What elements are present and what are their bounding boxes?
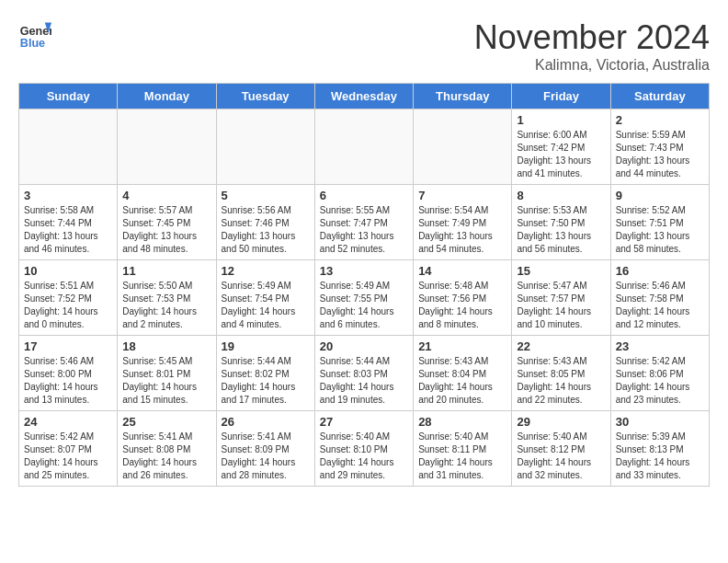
weekday-header-saturday: Saturday bbox=[610, 84, 709, 109]
day-info: Sunrise: 5:47 AMSunset: 7:57 PMDaylight:… bbox=[517, 280, 605, 331]
day-number: 19 bbox=[222, 339, 310, 353]
day-info: Sunrise: 6:00 AMSunset: 7:42 PMDaylight:… bbox=[517, 129, 605, 180]
calendar-cell: 13Sunrise: 5:49 AMSunset: 7:55 PMDayligh… bbox=[314, 260, 413, 336]
calendar-cell: 15Sunrise: 5:47 AMSunset: 7:57 PMDayligh… bbox=[512, 260, 610, 336]
weekday-header-row: SundayMondayTuesdayWednesdayThursdayFrid… bbox=[19, 84, 710, 109]
day-number: 7 bbox=[418, 189, 506, 202]
day-info: Sunrise: 5:59 AMSunset: 7:43 PMDaylight:… bbox=[616, 129, 704, 180]
calendar-cell: 10Sunrise: 5:51 AMSunset: 7:52 PMDayligh… bbox=[19, 260, 118, 336]
week-row-3: 17Sunrise: 5:46 AMSunset: 8:00 PMDayligh… bbox=[19, 336, 710, 411]
day-number: 9 bbox=[616, 189, 704, 202]
day-info: Sunrise: 5:42 AMSunset: 8:06 PMDaylight:… bbox=[616, 355, 704, 407]
week-row-0: 1Sunrise: 6:00 AMSunset: 7:42 PMDaylight… bbox=[19, 109, 710, 185]
day-number: 20 bbox=[320, 339, 408, 353]
weekday-header-tuesday: Tuesday bbox=[216, 84, 314, 109]
calendar-cell: 1Sunrise: 6:00 AMSunset: 7:42 PMDaylight… bbox=[512, 109, 610, 185]
month-title: November 2024 bbox=[474, 18, 710, 57]
calendar-cell: 14Sunrise: 5:48 AMSunset: 7:56 PMDayligh… bbox=[414, 260, 512, 336]
calendar-cell: 6Sunrise: 5:55 AMSunset: 7:47 PMDaylight… bbox=[314, 185, 413, 260]
calendar-cell bbox=[414, 109, 512, 185]
weekday-header-thursday: Thursday bbox=[414, 84, 512, 109]
day-info: Sunrise: 5:56 AMSunset: 7:46 PMDaylight:… bbox=[222, 204, 310, 256]
day-number: 13 bbox=[320, 264, 408, 278]
calendar-cell: 21Sunrise: 5:43 AMSunset: 8:04 PMDayligh… bbox=[414, 336, 512, 411]
day-info: Sunrise: 5:49 AMSunset: 7:55 PMDaylight:… bbox=[320, 280, 408, 331]
calendar-cell: 17Sunrise: 5:46 AMSunset: 8:00 PMDayligh… bbox=[19, 336, 118, 411]
day-info: Sunrise: 5:55 AMSunset: 7:47 PMDaylight:… bbox=[320, 204, 408, 256]
calendar-body: 1Sunrise: 6:00 AMSunset: 7:42 PMDaylight… bbox=[19, 109, 710, 487]
day-number: 14 bbox=[418, 264, 506, 278]
day-info: Sunrise: 5:49 AMSunset: 7:54 PMDaylight:… bbox=[222, 280, 310, 331]
day-info: Sunrise: 5:58 AMSunset: 7:44 PMDaylight:… bbox=[24, 204, 112, 256]
day-number: 24 bbox=[24, 415, 112, 429]
day-number: 6 bbox=[320, 189, 408, 202]
day-number: 8 bbox=[517, 189, 605, 202]
day-info: Sunrise: 5:45 AMSunset: 8:01 PMDaylight:… bbox=[122, 355, 210, 407]
day-number: 18 bbox=[122, 339, 210, 353]
calendar-cell: 27Sunrise: 5:40 AMSunset: 8:10 PMDayligh… bbox=[314, 411, 413, 487]
day-number: 30 bbox=[616, 415, 704, 429]
calendar-cell: 2Sunrise: 5:59 AMSunset: 7:43 PMDaylight… bbox=[610, 109, 709, 185]
day-info: Sunrise: 5:41 AMSunset: 8:09 PMDaylight:… bbox=[222, 431, 310, 482]
calendar-cell: 24Sunrise: 5:42 AMSunset: 8:07 PMDayligh… bbox=[19, 411, 118, 487]
day-number: 28 bbox=[418, 415, 506, 429]
day-number: 12 bbox=[222, 264, 310, 278]
week-row-1: 3Sunrise: 5:58 AMSunset: 7:44 PMDaylight… bbox=[19, 185, 710, 260]
day-number: 23 bbox=[616, 339, 704, 353]
calendar-table: SundayMondayTuesdayWednesdayThursdayFrid… bbox=[18, 83, 710, 487]
day-number: 17 bbox=[24, 339, 112, 353]
day-number: 22 bbox=[517, 339, 605, 353]
calendar-cell: 20Sunrise: 5:44 AMSunset: 8:03 PMDayligh… bbox=[314, 336, 413, 411]
calendar-cell: 30Sunrise: 5:39 AMSunset: 8:13 PMDayligh… bbox=[610, 411, 709, 487]
day-info: Sunrise: 5:41 AMSunset: 8:08 PMDaylight:… bbox=[122, 431, 210, 482]
calendar-cell: 11Sunrise: 5:50 AMSunset: 7:53 PMDayligh… bbox=[118, 260, 216, 336]
logo: General Blue bbox=[18, 18, 51, 52]
page-header: General Blue November 2024 Kalimna, Vict… bbox=[18, 18, 710, 74]
calendar-cell: 22Sunrise: 5:43 AMSunset: 8:05 PMDayligh… bbox=[512, 336, 610, 411]
calendar-cell: 28Sunrise: 5:40 AMSunset: 8:11 PMDayligh… bbox=[414, 411, 512, 487]
day-info: Sunrise: 5:48 AMSunset: 7:56 PMDaylight:… bbox=[418, 280, 506, 331]
day-info: Sunrise: 5:51 AMSunset: 7:52 PMDaylight:… bbox=[24, 280, 112, 331]
calendar-cell: 26Sunrise: 5:41 AMSunset: 8:09 PMDayligh… bbox=[216, 411, 314, 487]
day-info: Sunrise: 5:40 AMSunset: 8:12 PMDaylight:… bbox=[517, 431, 605, 482]
day-info: Sunrise: 5:40 AMSunset: 8:10 PMDaylight:… bbox=[320, 431, 408, 482]
day-info: Sunrise: 5:53 AMSunset: 7:50 PMDaylight:… bbox=[517, 204, 605, 256]
day-info: Sunrise: 5:46 AMSunset: 8:00 PMDaylight:… bbox=[24, 355, 112, 407]
day-info: Sunrise: 5:40 AMSunset: 8:11 PMDaylight:… bbox=[418, 431, 506, 482]
calendar-cell: 7Sunrise: 5:54 AMSunset: 7:49 PMDaylight… bbox=[414, 185, 512, 260]
calendar-cell bbox=[314, 109, 413, 185]
calendar-cell: 23Sunrise: 5:42 AMSunset: 8:06 PMDayligh… bbox=[610, 336, 709, 411]
day-number: 4 bbox=[122, 189, 210, 202]
calendar-cell: 4Sunrise: 5:57 AMSunset: 7:45 PMDaylight… bbox=[118, 185, 216, 260]
calendar-cell: 3Sunrise: 5:58 AMSunset: 7:44 PMDaylight… bbox=[19, 185, 118, 260]
weekday-header-sunday: Sunday bbox=[19, 84, 118, 109]
day-info: Sunrise: 5:52 AMSunset: 7:51 PMDaylight:… bbox=[616, 204, 704, 256]
day-number: 10 bbox=[24, 264, 112, 278]
day-number: 29 bbox=[517, 415, 605, 429]
day-number: 27 bbox=[320, 415, 408, 429]
day-number: 2 bbox=[616, 113, 704, 127]
calendar-cell bbox=[216, 109, 314, 185]
calendar-cell: 9Sunrise: 5:52 AMSunset: 7:51 PMDaylight… bbox=[610, 185, 709, 260]
calendar-cell: 8Sunrise: 5:53 AMSunset: 7:50 PMDaylight… bbox=[512, 185, 610, 260]
day-number: 21 bbox=[418, 339, 506, 353]
calendar-cell: 25Sunrise: 5:41 AMSunset: 8:08 PMDayligh… bbox=[118, 411, 216, 487]
day-info: Sunrise: 5:42 AMSunset: 8:07 PMDaylight:… bbox=[24, 431, 112, 482]
day-number: 5 bbox=[222, 189, 310, 202]
calendar-cell: 16Sunrise: 5:46 AMSunset: 7:58 PMDayligh… bbox=[610, 260, 709, 336]
title-area: November 2024 Kalimna, Victoria, Austral… bbox=[474, 18, 710, 74]
week-row-2: 10Sunrise: 5:51 AMSunset: 7:52 PMDayligh… bbox=[19, 260, 710, 336]
calendar-cell bbox=[118, 109, 216, 185]
day-number: 3 bbox=[24, 189, 112, 202]
calendar-cell bbox=[19, 109, 118, 185]
week-row-4: 24Sunrise: 5:42 AMSunset: 8:07 PMDayligh… bbox=[19, 411, 710, 487]
day-info: Sunrise: 5:43 AMSunset: 8:04 PMDaylight:… bbox=[418, 355, 506, 407]
day-number: 1 bbox=[517, 113, 605, 127]
day-number: 26 bbox=[222, 415, 310, 429]
weekday-header-wednesday: Wednesday bbox=[314, 84, 413, 109]
calendar-cell: 12Sunrise: 5:49 AMSunset: 7:54 PMDayligh… bbox=[216, 260, 314, 336]
day-info: Sunrise: 5:50 AMSunset: 7:53 PMDaylight:… bbox=[122, 280, 210, 331]
day-info: Sunrise: 5:44 AMSunset: 8:02 PMDaylight:… bbox=[222, 355, 310, 407]
svg-text:Blue: Blue bbox=[20, 37, 45, 50]
day-number: 15 bbox=[517, 264, 605, 278]
